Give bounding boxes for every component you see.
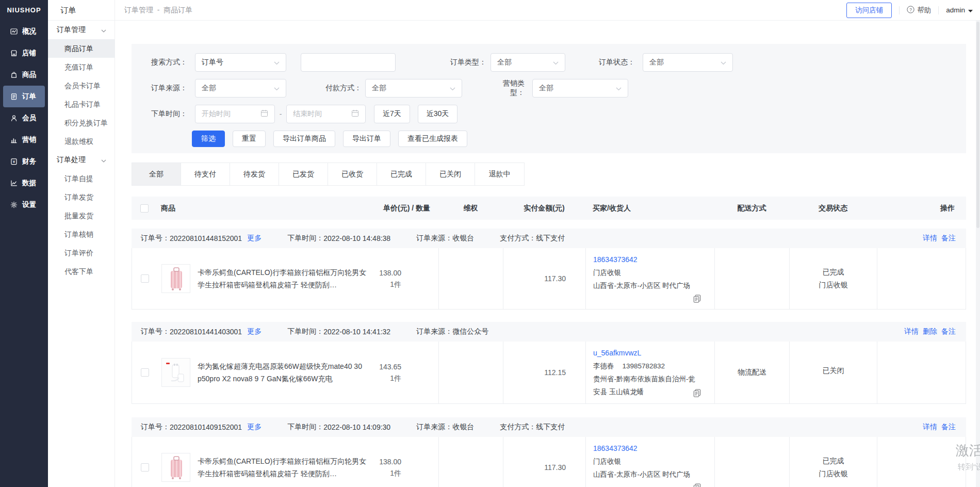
menu-item-delivery[interactable]: 订单发货 [48,188,115,206]
help-label: 帮助 [917,6,931,15]
buyer-name: 李德春 [593,360,614,372]
order-source-select[interactable]: 全部 [195,79,286,98]
copy-address-icon[interactable] [693,389,701,397]
end-date-picker[interactable]: 结束时间 [286,105,366,123]
scrollbar-thumb[interactable] [976,22,979,228]
copy-address-icon[interactable] [693,295,701,303]
copy-address-icon[interactable] [693,483,701,487]
order-source-label: 订单来源： [416,234,452,243]
menu-item-recharge-orders[interactable]: 充值订单 [48,58,115,76]
buyer-account-link[interactable]: 18634373642 [593,444,714,452]
nav-item-label: 商品 [22,70,36,79]
cell-amount: 117.30 [503,437,586,487]
status-line-2: 门店收银 [819,469,848,479]
search-input[interactable] [301,53,396,72]
nav-item-data[interactable]: 数据 [3,172,45,194]
nav-item-shop[interactable]: 店铺 [3,42,45,64]
detail-link[interactable]: 详情 [923,234,937,243]
header-actions: 访问店铺 ? 帮助 admin [846,3,973,18]
buyer-account-link[interactable]: u_56afkmvwzL [593,349,714,357]
filter-button[interactable]: 筛选 [192,131,225,147]
detail-link[interactable]: 详情 [904,327,919,336]
last-7-days-button[interactable]: 近7天 [374,105,410,123]
menu-group-order-management[interactable]: 订单管理 [48,21,115,39]
product-image [161,358,190,387]
tab-refunding[interactable]: 退款中 [475,163,524,185]
user-menu[interactable]: admin [946,6,973,14]
select-all-checkbox[interactable] [140,204,149,213]
menu-item-evaluation[interactable]: 订单评价 [48,244,115,262]
pay-type-select[interactable]: 全部 [365,79,462,98]
nav-item-settings[interactable]: 设置 [3,194,45,216]
top-header: 订单管理 - 商品订单 访问店铺 ? 帮助 admin [115,0,980,21]
order-card: 订单号：202208101441403001更多 下单时间：2022-08-10… [132,322,966,404]
username: admin [946,6,965,14]
product-price: 138.00 [379,267,401,279]
filter-row-2: 订单来源： 全部 付款方式： 全部 营销类型： 全部 [132,79,966,98]
remark-link[interactable]: 备注 [941,234,956,243]
order-time-label: 下单时间： [287,234,323,243]
delete-link[interactable]: 删除 [923,327,937,336]
menu-item-batch-delivery[interactable]: 批量发货 [48,206,115,225]
breadcrumb-parent: 订单管理 [124,6,153,14]
menu-item-verification[interactable]: 订单核销 [48,225,115,244]
product-price-qty: 143.65 1件 [379,361,438,384]
start-date-picker[interactable]: 开始时间 [195,105,275,123]
menu-group-order-processing[interactable]: 订单处理 [48,151,115,169]
nav-item-label: 订单 [22,92,36,101]
menu-item-proxy-order[interactable]: 代客下单 [48,262,115,281]
column-buyer: 买家/收货人 [585,204,714,213]
nav-item-finance[interactable]: ¥ 财务 [3,151,45,172]
order-status-select[interactable]: 全部 [643,53,733,72]
row-checkbox[interactable] [141,274,149,283]
nav-item-goods[interactable]: 商品 [3,64,45,86]
tab-all[interactable]: 全部 [132,163,181,185]
nav-item-orders[interactable]: 订单 [3,86,45,107]
nav-item-label: 概况 [22,27,36,36]
detail-link[interactable]: 详情 [923,423,937,432]
more-link[interactable]: 更多 [247,327,262,336]
tab-pending-shipment[interactable]: 待发货 [230,163,279,185]
product-qty: 1件 [379,372,401,384]
search-type-select[interactable]: 订单号 [195,53,286,72]
nav-item-label: 数据 [22,178,36,188]
order-type-select[interactable]: 全部 [491,53,565,72]
menu-item-giftcard-orders[interactable]: 礼品卡订单 [48,95,115,113]
visit-shop-button[interactable]: 访问店铺 [846,3,892,18]
tab-completed[interactable]: 已完成 [377,163,426,185]
row-checkbox[interactable] [141,368,149,377]
view-reports-button[interactable]: 查看已生成报表 [398,131,467,147]
buyer-address: 山西省-太原市-小店区 时代广场 [593,468,699,481]
order-pay-label: 支付方式： [500,423,536,432]
tab-received[interactable]: 已收货 [328,163,377,185]
row-checkbox[interactable] [141,463,149,472]
vertical-scrollbar [976,21,980,487]
remark-link[interactable]: 备注 [941,327,956,336]
menu-item-goods-orders[interactable]: 商品订单 [48,39,115,58]
more-link[interactable]: 更多 [247,423,262,432]
menu-item-membercard-orders[interactable]: 会员卡订单 [48,76,115,95]
menu-item-self-pickup[interactable]: 订单自提 [48,169,115,188]
export-orders-button[interactable]: 导出订单 [343,131,390,147]
nav-item-members[interactable]: 会员 [3,107,45,129]
nav-item-overview[interactable]: 概况 [3,21,45,42]
menu-item-points-orders[interactable]: 积分兑换订单 [48,113,115,132]
cell-refund [439,248,503,309]
buyer-account-link[interactable]: 18634373642 [593,255,714,264]
nav-item-label: 财务 [22,157,36,166]
more-link[interactable]: 更多 [247,234,262,243]
last-30-days-button[interactable]: 近30天 [418,105,458,123]
reset-button[interactable]: 重置 [233,131,266,147]
tab-pending-payment[interactable]: 待支付 [181,163,230,185]
menu-item-refund[interactable]: 退款维权 [48,132,115,151]
product-price: 143.65 [379,361,401,372]
help-button[interactable]: ? 帮助 [907,6,931,15]
tab-closed[interactable]: 已关闭 [426,163,475,185]
tab-shipped[interactable]: 已发货 [279,163,328,185]
export-order-goods-button[interactable]: 导出订单商品 [273,131,335,147]
nav-item-marketing[interactable]: 营销 [3,129,45,151]
remark-link[interactable]: 备注 [941,423,956,432]
order-type-label: 订单类型： [446,58,486,67]
product-name: 卡帝乐鳄鱼(CARTELO)行李箱旅行箱铝框万向轮男女学生拉杆箱密码箱登机箱皮箱… [198,455,368,480]
marketing-type-select[interactable]: 全部 [532,79,628,98]
